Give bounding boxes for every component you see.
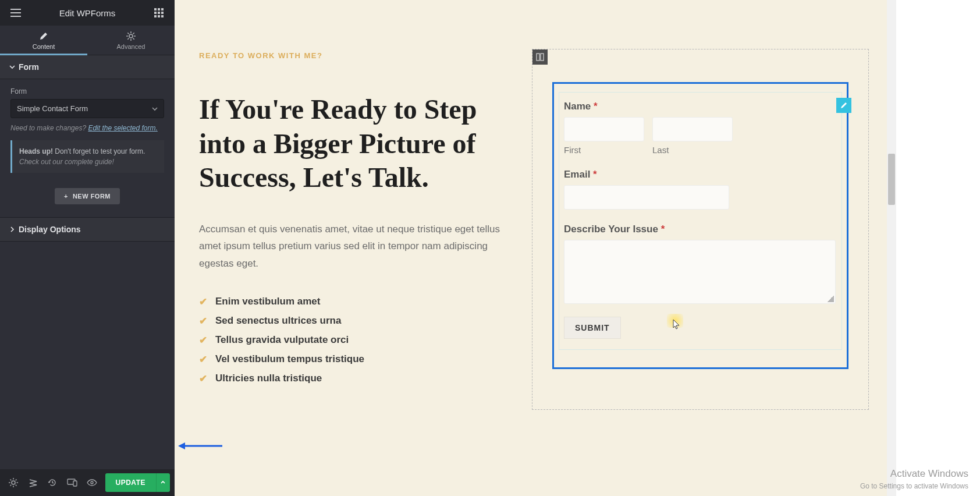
field-label-name: Name *	[564, 101, 837, 112]
issue-textarea[interactable]	[564, 240, 836, 304]
wpforms-form: Name * First Last Em	[559, 92, 842, 350]
sublabel-first: First	[564, 145, 644, 155]
responsive-button[interactable]	[63, 473, 81, 493]
pencil-icon	[0, 31, 87, 41]
check-icon: ✔	[199, 334, 207, 346]
tab-advanced[interactable]: Advanced	[87, 26, 175, 55]
last-name-input[interactable]	[652, 117, 733, 141]
list-item: ✔Tellus gravida vulputate orci	[199, 334, 502, 346]
page-heading: If You're Ready to Step into a Bigger Pi…	[199, 93, 502, 195]
sidebar-header: Edit WPForms	[0, 0, 175, 26]
annotation-arrow	[177, 441, 223, 451]
list-item: ✔Enim vestibulum amet	[199, 296, 502, 308]
app-root: Edit WPForms Content Advanced	[0, 0, 887, 496]
selected-widget[interactable]: Name * First Last Em	[552, 82, 848, 369]
svg-point-10	[12, 481, 15, 484]
svg-point-9	[129, 34, 133, 38]
section-title: Display Options	[19, 225, 81, 234]
email-input[interactable]	[564, 185, 729, 210]
caret-down-icon	[9, 64, 19, 70]
elementor-sidebar: Edit WPForms Content Advanced	[0, 0, 175, 496]
eyebrow-text: READY TO WORK WITH ME?	[199, 51, 502, 60]
form-select[interactable]: Simple Contact Form	[10, 99, 164, 118]
svg-rect-8	[161, 15, 164, 17]
new-form-button[interactable]: + NEW FORM	[55, 188, 120, 204]
svg-rect-14	[537, 54, 539, 61]
preview-canvas: READY TO WORK WITH ME? If You're Ready t…	[175, 0, 887, 496]
form-hint: Need to make changes? Edit the selected …	[10, 124, 164, 132]
svg-point-13	[91, 481, 93, 484]
svg-rect-12	[73, 481, 77, 486]
field-label-issue: Describe Your Issue *	[564, 224, 837, 235]
widget-dashed-outline[interactable]: Name * First Last Em	[532, 49, 869, 410]
feature-list: ✔Enim vestibulum amet ✔Sed senectus ultr…	[199, 296, 502, 385]
settings-button[interactable]	[5, 473, 22, 493]
form-select-label: Form	[10, 87, 164, 95]
tab-label: Advanced	[117, 43, 145, 50]
form-notice: Heads up! Don't forget to test your form…	[10, 140, 164, 173]
sidebar-title: Edit WPForms	[24, 8, 150, 18]
submit-button[interactable]: SUBMIT	[564, 317, 621, 339]
first-name-input[interactable]	[564, 117, 644, 141]
section-title: Form	[19, 62, 39, 72]
tab-content[interactable]: Content	[0, 26, 87, 55]
button-label: NEW FORM	[73, 193, 111, 200]
svg-rect-5	[161, 12, 164, 14]
svg-rect-7	[158, 15, 160, 17]
svg-rect-1	[158, 8, 160, 10]
list-item: ✔Vel vestibulum tempus tristique	[199, 353, 502, 366]
check-icon: ✔	[199, 373, 207, 385]
update-caret-button[interactable]	[156, 473, 170, 492]
list-item: ✔Ultricies nulla tristique	[199, 373, 502, 385]
check-icon: ✔	[199, 353, 207, 366]
check-icon: ✔	[199, 296, 207, 308]
edit-form-link[interactable]: Edit the selected form.	[88, 124, 157, 132]
sidebar-tabs: Content Advanced	[0, 26, 175, 55]
section-form-header[interactable]: Form	[0, 55, 175, 79]
chevron-down-icon	[152, 106, 158, 112]
history-button[interactable]	[44, 473, 61, 493]
form-panel-body: Form Simple Contact Form Need to make ch…	[0, 79, 175, 215]
page-scrollbar[interactable]	[887, 0, 896, 496]
svg-rect-15	[541, 54, 544, 61]
sidebar-footer: UPDATE	[0, 469, 175, 496]
section-display-header[interactable]: Display Options	[0, 217, 175, 242]
windows-activate-watermark: Activate Windows Go to Settings to activ…	[860, 468, 968, 490]
edit-widget-handle[interactable]	[836, 98, 851, 113]
select-value: Simple Contact Form	[17, 104, 88, 113]
apps-grid-icon[interactable]	[150, 8, 168, 17]
update-button-group: UPDATE	[105, 473, 170, 492]
navigator-button[interactable]	[24, 473, 42, 493]
svg-rect-0	[154, 8, 157, 10]
gear-icon	[87, 31, 175, 41]
column-edit-handle[interactable]	[532, 49, 548, 65]
page-paragraph: Accumsan et quis venenatis amet, vitae u…	[199, 221, 502, 272]
caret-right-icon	[9, 226, 19, 232]
svg-rect-2	[161, 8, 164, 10]
list-item: ✔Sed senectus ultrices urna	[199, 315, 502, 327]
scrollbar-thumb[interactable]	[888, 154, 895, 205]
tab-label: Content	[33, 43, 55, 50]
menu-icon[interactable]	[7, 9, 24, 17]
preview-button[interactable]	[83, 473, 101, 493]
plus-icon: +	[64, 193, 68, 200]
form-widget-column: Name * First Last Em	[532, 49, 869, 410]
check-icon: ✔	[199, 315, 207, 327]
svg-rect-3	[154, 12, 157, 14]
svg-rect-6	[154, 15, 157, 17]
svg-rect-4	[158, 12, 160, 14]
sublabel-last: Last	[652, 145, 733, 155]
content-left-column: READY TO WORK WITH ME? If You're Ready t…	[199, 51, 502, 392]
update-button[interactable]: UPDATE	[105, 473, 156, 492]
field-label-email: Email *	[564, 169, 837, 180]
